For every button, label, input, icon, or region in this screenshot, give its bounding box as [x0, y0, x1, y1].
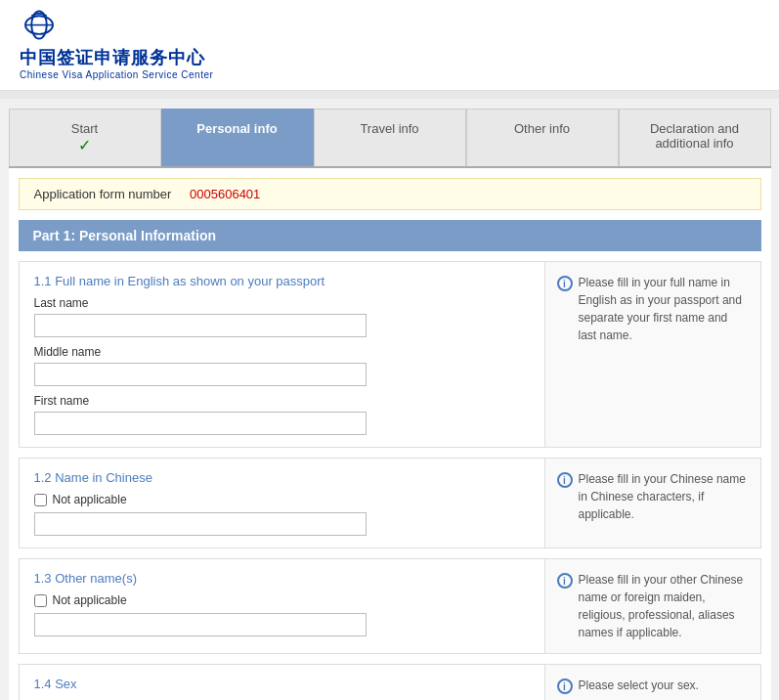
section1-header: Part 1: Personal Information	[19, 220, 761, 251]
info-icon-1-3: i	[557, 573, 573, 589]
info-icon-1-1: i	[557, 276, 573, 291]
tabs-container: Start ✓ Personal info Travel info Other …	[9, 109, 771, 168]
tab-other-info-label: Other info	[514, 121, 570, 136]
middle-name-input[interactable]	[34, 363, 367, 386]
field-1-4-left: 1.4 Sex Male Female	[20, 665, 545, 700]
field-1-2-checkbox-row: Not applicable	[34, 493, 530, 506]
main-content: Start ✓ Personal info Travel info Other …	[9, 109, 771, 700]
field-1-3-not-applicable-label: Not applicable	[53, 593, 127, 607]
field-1-1-hint-text: Please fill in your full name in English…	[579, 274, 749, 344]
tab-start[interactable]: Start ✓	[9, 109, 161, 166]
logo-english: Chinese Visa Application Service Center	[20, 69, 213, 80]
field-1-1-section: 1.1 Full name in English as shown on you…	[19, 261, 761, 448]
last-name-input[interactable]	[34, 314, 367, 337]
field-1-3-section: 1.3 Other name(s) Not applicable i Pleas…	[19, 558, 761, 654]
tab-travel-info-label: Travel info	[360, 121, 418, 136]
tab-declaration[interactable]: Declaration and additional info	[619, 109, 771, 166]
tab-personal-info-label: Personal info	[196, 121, 277, 136]
field-1-3-checkbox-row: Not applicable	[34, 593, 530, 607]
field-1-2-hint: i Please fill in your Chinese name in Ch…	[545, 459, 760, 547]
field-1-3-title: 1.3 Other name(s)	[34, 571, 530, 586]
field-1-3-hint: i Please fill in your other Chinese name…	[545, 559, 760, 653]
other-name-input[interactable]	[34, 613, 367, 636]
field-1-3-left: 1.3 Other name(s) Not applicable	[20, 559, 545, 653]
field-1-2-section: 1.2 Name in Chinese Not applicable i Ple…	[19, 458, 761, 548]
logo-chinese: 中国签证申请服务中心	[20, 46, 213, 69]
tab-other-info[interactable]: Other info	[466, 109, 619, 166]
field-1-2-left: 1.2 Name in Chinese Not applicable	[20, 459, 545, 547]
field-1-4-title: 1.4 Sex	[34, 677, 530, 691]
last-name-label: Last name	[34, 296, 530, 310]
logo-area: 中国签证申请服务中心 Chinese Visa Application Serv…	[20, 10, 213, 80]
field-1-3-hint-text: Please fill in your other Chinese name o…	[579, 571, 749, 641]
tab-travel-info[interactable]: Travel info	[314, 109, 466, 166]
field-1-1-left: 1.1 Full name in English as shown on you…	[20, 262, 545, 447]
field-1-1-title: 1.1 Full name in English as shown on you…	[34, 274, 530, 288]
tab-start-check: ✓	[18, 136, 152, 154]
field-1-2-hint-text: Please fill in your Chinese name in Chin…	[579, 470, 749, 523]
chinese-name-input[interactable]	[34, 512, 367, 536]
field-1-4-section: 1.4 Sex Male Female i Please select your…	[19, 664, 761, 700]
tab-declaration-label: Declaration and additional info	[650, 121, 739, 151]
info-icon-1-4: i	[557, 678, 573, 694]
first-name-label: First name	[34, 394, 530, 408]
field-1-4-hint: i Please select your sex.	[545, 665, 760, 700]
logo-icon	[20, 10, 59, 44]
field-1-2-title: 1.2 Name in Chinese	[34, 470, 530, 485]
first-name-input[interactable]	[34, 412, 367, 435]
middle-name-label: Middle name	[34, 345, 530, 359]
header: 中国签证申请服务中心 Chinese Visa Application Serv…	[0, 0, 779, 91]
app-number-label: Application form number	[34, 187, 172, 201]
tab-personal-info[interactable]: Personal info	[161, 109, 314, 166]
field-1-2-checkbox[interactable]	[34, 494, 47, 506]
field-1-1-hint: i Please fill in your full name in Engli…	[545, 262, 760, 447]
app-number-value: 0005606401	[190, 187, 260, 201]
app-number-bar: Application form number 0005606401	[19, 178, 761, 210]
field-1-3-checkbox[interactable]	[34, 594, 47, 607]
nav-bar	[0, 91, 779, 99]
info-icon-1-2: i	[557, 472, 573, 488]
field-1-2-not-applicable-label: Not applicable	[53, 493, 127, 506]
tab-start-label: Start	[71, 121, 98, 136]
field-1-4-hint-text: Please select your sex.	[579, 677, 699, 694]
